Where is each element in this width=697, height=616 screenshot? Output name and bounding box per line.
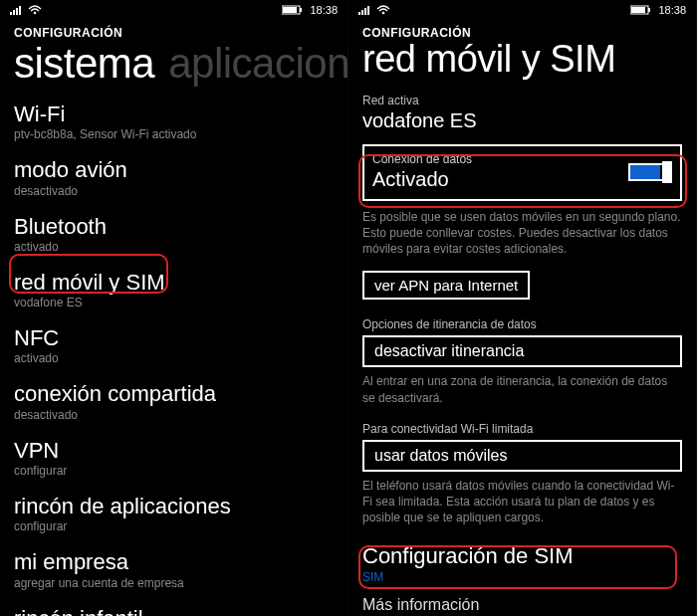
list-item-nfc[interactable]: NFC activado [14,319,334,375]
svg-rect-6 [283,7,297,13]
item-subtitle: desactivado [14,408,334,422]
battery-icon [630,5,652,15]
list-item-airplane[interactable]: modo avión desactivado [14,151,334,207]
sim-config-subtitle: SIM [362,570,682,584]
list-item-company[interactable]: mi empresa agregar una cuenta de empresa [14,543,334,599]
svg-rect-8 [358,12,360,15]
list-item-wifi[interactable]: Wi-Fi ptv-bc8b8a, Sensor Wi-Fi activado [14,96,334,151]
wifi-icon [28,5,42,15]
status-bar: 18:38 [0,0,348,18]
battery-icon [282,5,304,15]
roaming-label: Opciones de itinerancia de datos [348,311,696,333]
item-title: Bluetooth [14,214,334,239]
item-title: red móvil y SIM [14,270,334,295]
data-connection-block[interactable]: Conexión de datos Activado [362,144,682,201]
svg-rect-2 [16,8,18,15]
item-subtitle: vodafone ES [14,296,334,309]
status-time: 18:38 [310,4,338,16]
status-time: 18:38 [658,4,686,16]
data-connection-value: Activado [372,168,672,191]
limited-wifi-help: El teléfono usará datos móviles cuando l… [348,478,696,536]
data-connection-help: Es posible que se usen datos móviles en … [348,209,696,268]
list-item-shared-connection[interactable]: conexión compartida desactivado [14,375,334,431]
pivot-tabs: sistema aplicaciones [0,40,348,96]
view-apn-button[interactable]: ver APN para Internet [362,271,530,300]
item-subtitle: configurar [14,519,334,533]
settings-header: CONFIGURACIÓN [348,18,696,40]
tab-sistema[interactable]: sistema [14,40,154,88]
status-bar: 18:38 [348,0,696,18]
svg-rect-0 [10,12,12,15]
signal-icon [358,5,372,15]
screen-mobile-sim: 18:38 CONFIGURACIÓN red móvil y SIM Red … [348,0,697,616]
page-title: red móvil y SIM [348,40,696,88]
signal-icon [10,5,24,15]
item-subtitle: configurar [14,464,334,478]
list-item-bluetooth[interactable]: Bluetooth activado [14,208,334,264]
active-network-value: vodafone ES [348,109,696,142]
svg-rect-7 [300,8,302,12]
item-title: rincón infantil [14,606,334,616]
wifi-icon [376,5,390,15]
settings-header: CONFIGURACIÓN [0,18,348,40]
svg-rect-3 [19,6,21,15]
limited-wifi-label: Para conectividad Wi-Fi limitada [348,416,696,438]
item-title: mi empresa [14,549,334,574]
svg-point-4 [34,12,37,15]
svg-rect-9 [361,10,363,15]
tab-aplicaciones[interactable]: aplicaciones [168,40,348,88]
roaming-help: Al entrar en una zona de itinerancia, la… [348,373,696,415]
svg-rect-15 [648,8,650,12]
data-connection-label: Conexión de datos [372,152,672,166]
item-title: NFC [14,325,334,350]
item-subtitle: desactivado [14,184,334,198]
svg-rect-10 [364,8,366,15]
screen-settings-list: 18:38 CONFIGURACIÓN sistema aplicaciones… [0,0,348,616]
item-title: VPN [14,438,334,463]
item-title: rincón de aplicaciones [14,494,334,518]
item-title: modo avión [14,157,334,182]
roaming-select[interactable]: desactivar itinerancia [362,335,682,367]
list-item-apps-corner[interactable]: rincón de aplicaciones configurar [14,488,334,543]
active-network-label: Red activa [348,88,696,109]
item-subtitle: agregar una cuenta de empresa [14,576,334,590]
more-info-link[interactable]: Más información [348,586,696,614]
item-subtitle: activado [14,351,334,365]
item-subtitle: ptv-bc8b8a, Sensor Wi-Fi activado [14,127,334,141]
sim-config-item[interactable]: Configuración de SIM SIM [348,535,696,586]
item-title: Wi-Fi [14,102,334,126]
svg-point-12 [382,12,385,15]
item-title: conexión compartida [14,381,334,406]
data-connection-toggle[interactable] [628,163,672,181]
svg-rect-11 [367,6,369,15]
item-subtitle: activado [14,240,334,254]
svg-rect-1 [13,10,15,15]
list-item-mobile-sim[interactable]: red móvil y SIM vodafone ES [14,264,334,319]
limited-wifi-select[interactable]: usar datos móviles [362,440,682,472]
list-item-kids-corner[interactable]: rincón infantil desactivado [14,600,334,616]
settings-list: Wi-Fi ptv-bc8b8a, Sensor Wi-Fi activado … [0,96,348,616]
svg-rect-14 [631,7,645,13]
sim-config-title: Configuración de SIM [362,543,682,569]
list-item-vpn[interactable]: VPN configurar [14,432,334,488]
